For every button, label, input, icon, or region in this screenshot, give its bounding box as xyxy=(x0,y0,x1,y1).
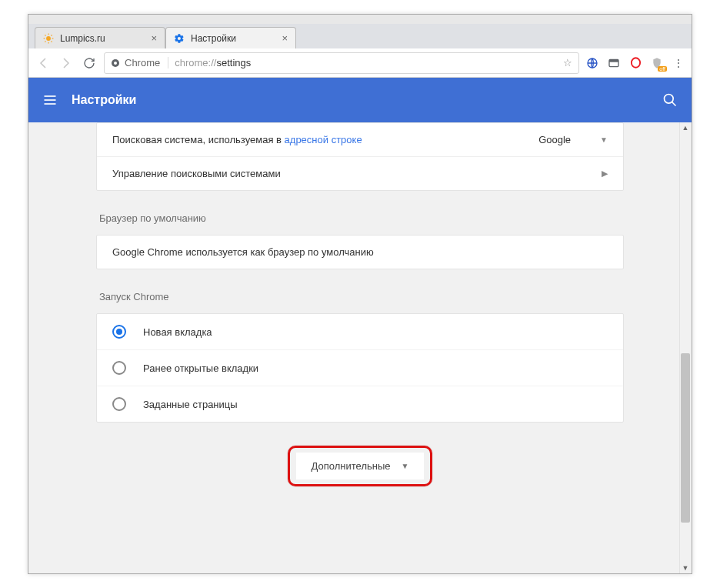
close-icon[interactable]: × xyxy=(151,32,157,44)
opera-icon[interactable] xyxy=(628,56,642,70)
radio-label: Ранее открытые вкладки xyxy=(143,362,258,374)
svg-line-6 xyxy=(52,41,52,42)
url-text: chrome://settings xyxy=(175,57,251,68)
search-engine-dropdown[interactable]: Google ▼ xyxy=(538,134,608,145)
back-button[interactable] xyxy=(35,55,52,72)
scroll-down-icon[interactable]: ▼ xyxy=(681,563,690,573)
toolbar: Chrome chrome://settings ☆ off ⋮ xyxy=(28,48,692,78)
tab-lumpics[interactable]: Lumpics.ru × xyxy=(35,27,165,48)
settings-header: Настройки xyxy=(28,78,692,122)
sun-icon xyxy=(43,33,54,44)
tab-label: Lumpics.ru xyxy=(60,33,105,44)
radio-icon[interactable] xyxy=(112,397,126,411)
scrollbar-thumb[interactable] xyxy=(681,353,690,523)
startup-option-new-tab[interactable]: Новая вкладка xyxy=(97,314,623,349)
search-icon[interactable] xyxy=(662,92,678,108)
chrome-chip: Chrome xyxy=(111,57,168,68)
manage-search-label: Управление поисковыми системами xyxy=(112,168,281,179)
chip-label: Chrome xyxy=(125,57,160,68)
off-badge-icon[interactable]: off xyxy=(650,56,664,70)
browser-window: Lumpics.ru × Настройки × Chrome chrome:/… xyxy=(28,14,692,574)
startup-section-label: Запуск Chrome xyxy=(99,291,624,302)
default-browser-text: Google Chrome используется как браузер п… xyxy=(112,246,374,258)
default-browser-row: Google Chrome используется как браузер п… xyxy=(97,236,623,269)
svg-rect-13 xyxy=(609,59,618,62)
reload-button[interactable] xyxy=(81,55,98,72)
tab-label: Настройки xyxy=(191,33,236,44)
default-browser-section-label: Браузер по умолчанию xyxy=(99,212,624,224)
advanced-button[interactable]: Дополнительные ▼ xyxy=(296,453,425,479)
close-icon[interactable]: × xyxy=(282,32,288,44)
tab-strip: Lumpics.ru × Настройки × xyxy=(28,24,692,48)
extension-panel-icon[interactable] xyxy=(607,56,621,70)
startup-options: Новая вкладка Ранее открытые вкладки Зад… xyxy=(96,313,624,423)
svg-point-10 xyxy=(114,62,117,65)
startup-option-specific[interactable]: Заданные страницы xyxy=(97,386,623,422)
radio-icon[interactable] xyxy=(112,325,126,339)
advanced-label: Дополнительные xyxy=(312,460,391,472)
svg-line-19 xyxy=(672,102,676,106)
search-engine-row[interactable]: Поисковая система, используемая в адресн… xyxy=(97,123,623,156)
chevron-right-icon: ▶ xyxy=(602,169,608,179)
address-bar[interactable]: Chrome chrome://settings ☆ xyxy=(104,52,579,74)
gear-icon xyxy=(174,33,185,44)
scroll-up-icon[interactable]: ▲ xyxy=(681,122,690,133)
radio-label: Заданные страницы xyxy=(143,399,238,410)
radio-label: Новая вкладка xyxy=(143,326,212,338)
caret-down-icon: ▼ xyxy=(600,135,608,144)
hamburger-icon[interactable] xyxy=(42,92,58,108)
manage-search-engines-row[interactable]: Управление поисковыми системами ▶ xyxy=(97,156,623,190)
page-title: Настройки xyxy=(72,93,136,107)
tab-settings[interactable]: Настройки × xyxy=(165,27,296,48)
svg-point-0 xyxy=(46,36,51,41)
off-badge-label: off xyxy=(658,66,667,72)
svg-point-18 xyxy=(665,95,674,104)
forward-button[interactable] xyxy=(58,55,75,72)
scrollbar-track[interactable]: ▲ ▼ xyxy=(679,122,692,573)
advanced-highlight: Дополнительные ▼ xyxy=(288,446,433,486)
settings-content: Поисковая система, используемая в адресн… xyxy=(28,122,692,573)
bookmark-star-icon[interactable]: ☆ xyxy=(563,57,572,68)
radio-icon[interactable] xyxy=(112,361,126,375)
globe-icon[interactable] xyxy=(585,56,599,70)
address-bar-link[interactable]: адресной строке xyxy=(285,134,362,145)
startup-option-continue[interactable]: Ранее открытые вкладки xyxy=(97,349,623,386)
svg-line-7 xyxy=(45,41,45,42)
svg-line-5 xyxy=(45,35,45,35)
search-engine-label: Поисковая система, используемая в адресн… xyxy=(112,134,362,145)
dropdown-value: Google xyxy=(538,134,571,145)
svg-point-14 xyxy=(631,58,639,68)
svg-line-8 xyxy=(52,35,52,35)
extensions-row: off ⋮ xyxy=(585,56,685,70)
caret-down-icon: ▼ xyxy=(402,462,409,470)
titlebar[interactable] xyxy=(28,15,692,24)
menu-dots-icon[interactable]: ⋮ xyxy=(672,56,685,70)
